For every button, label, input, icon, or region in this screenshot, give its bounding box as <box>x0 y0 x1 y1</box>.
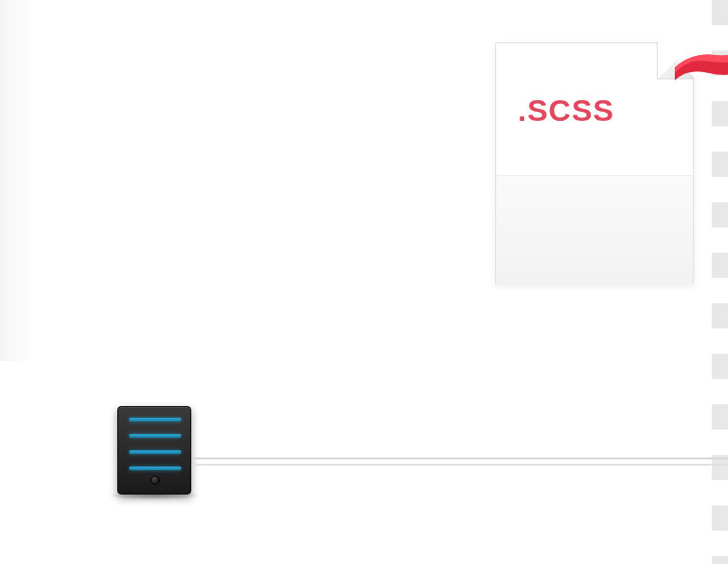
server-rack-light <box>129 434 181 438</box>
server-rack-light <box>129 467 181 470</box>
server-rack-light <box>129 418 181 421</box>
track-line <box>191 458 728 459</box>
track-line <box>191 464 728 466</box>
file-card-header: .SCSS <box>496 43 693 176</box>
right-striped-edge <box>712 0 728 564</box>
file-card-body <box>496 176 693 284</box>
folded-corner-icon <box>657 42 695 79</box>
server-rack-light <box>129 450 181 454</box>
file-card: .SCSS <box>495 42 694 284</box>
connection-track <box>191 453 728 469</box>
file-extension-label: .SCSS <box>518 93 614 128</box>
server-icon <box>117 406 191 495</box>
left-gradient-edge <box>0 0 34 361</box>
server-power-led-icon <box>151 476 160 485</box>
